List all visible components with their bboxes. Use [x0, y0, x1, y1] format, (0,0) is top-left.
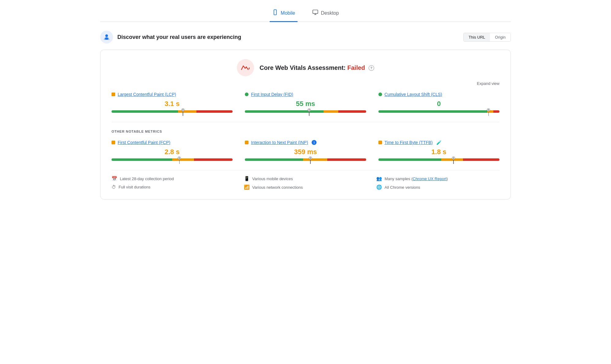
assessment-title-container: Core Web Vitals Assessment: Failed ?	[260, 64, 374, 71]
svg-point-6	[104, 38, 105, 40]
metric-value-fcp: 2.8 s	[112, 148, 233, 156]
metric-value-ttfb: 1.8 s	[378, 148, 499, 156]
user-icon	[100, 31, 113, 44]
footer-text-2-1: All Chrome versions	[385, 185, 420, 190]
footer-icon-0-1: ⏱	[112, 184, 116, 190]
other-metrics-label: OTHER NOTABLE METRICS	[112, 130, 499, 133]
footer-text-2-0: Many samples (Chrome UX Report)	[385, 176, 448, 181]
bar-green-fcp	[112, 158, 172, 161]
failed-icon	[237, 59, 254, 76]
needle-line-fcp	[179, 160, 180, 164]
section-header: Discover what your real users are experi…	[100, 31, 511, 44]
bar-track-fcp	[112, 158, 233, 161]
footer-icon-1-0: 📱	[244, 176, 250, 181]
metric-inp: Interaction to Next Paint (INP) i 359 ms	[245, 140, 366, 161]
footer-col-1: 📱Various mobile devices📶Various network …	[244, 176, 367, 190]
tab-mobile[interactable]: Mobile	[270, 6, 298, 22]
footer-text-0-0: Latest 28-day collection period	[120, 176, 174, 181]
bar-green-fid	[245, 110, 324, 113]
needle-dot-fcp	[178, 157, 180, 159]
metric-label-inp[interactable]: Interaction to Next Paint (INP)	[251, 140, 308, 145]
metric-bar-ttfb	[378, 158, 499, 161]
metric-lcp: Largest Contentful Paint (LCP) 3.1 s	[112, 92, 233, 113]
bar-needle-lcp	[182, 109, 184, 116]
metric-label-fid[interactable]: First Input Delay (FID)	[251, 92, 293, 97]
footer-item-1-0: 📱Various mobile devices	[244, 176, 367, 181]
metric-bar-fcp	[112, 158, 233, 161]
footer-item-1-1: 📶Various network connections	[244, 184, 367, 190]
needle-dot-lcp	[182, 109, 184, 111]
bar-orange-fid	[324, 110, 338, 113]
bar-red-fid	[338, 110, 366, 113]
metric-fcp: First Contentful Paint (FCP) 2.8 s	[112, 140, 233, 161]
origin-button[interactable]: Origin	[490, 33, 510, 41]
footer-icon-0-0: 📅	[112, 176, 117, 181]
bar-track-cls	[378, 110, 499, 113]
bar-green-ttfb	[378, 158, 442, 161]
metric-dot-inp	[245, 141, 249, 144]
svg-rect-0	[274, 10, 276, 15]
needle-dot-cls	[487, 109, 490, 111]
metric-label-fcp[interactable]: First Contentful Paint (FCP)	[118, 140, 170, 145]
expand-view-button[interactable]: Expand view	[112, 81, 499, 86]
metric-dot-ttfb	[378, 141, 382, 144]
metric-dot-lcp	[112, 93, 115, 96]
core-metrics-grid: Largest Contentful Paint (LCP) 3.1 s	[112, 92, 499, 113]
footer-item-2-1: 🌐All Chrome versions	[376, 184, 499, 190]
main-card: Core Web Vitals Assessment: Failed ? Exp…	[100, 50, 511, 199]
bar-green-inp	[245, 158, 303, 161]
assessment-header: Core Web Vitals Assessment: Failed ?	[112, 59, 499, 76]
metric-ttfb: Time to First Byte (TTFB) 🧪 1.8 s	[378, 140, 499, 161]
svg-rect-2	[313, 10, 318, 14]
bar-track-inp	[245, 158, 366, 161]
metric-label-lcp[interactable]: Largest Contentful Paint (LCP)	[118, 92, 176, 97]
metric-bar-fid	[245, 110, 366, 113]
footer-text-1-0: Various mobile devices	[252, 176, 293, 181]
assessment-help-icon[interactable]: ?	[369, 65, 374, 71]
metric-label-row-cls: Cumulative Layout Shift (CLS)	[378, 92, 499, 97]
footer-icon-2-0: 👥	[376, 176, 382, 181]
needle-dot-ttfb	[452, 157, 455, 159]
tab-desktop-label: Desktop	[321, 10, 339, 16]
metric-dot-fid	[245, 93, 249, 96]
footer-link-2-0[interactable]: Chrome UX Report	[413, 176, 447, 181]
footer-text-0-1: Full visit durations	[119, 185, 150, 189]
metric-dot-cls	[378, 93, 382, 96]
bar-orange-inp	[303, 158, 327, 161]
tab-desktop[interactable]: Desktop	[310, 6, 341, 22]
metric-label-cls[interactable]: Cumulative Layout Shift (CLS)	[385, 92, 442, 97]
needle-line-cls	[488, 112, 489, 116]
bar-red-fcp	[194, 158, 233, 161]
section-title: Discover what your real users are experi…	[117, 34, 241, 40]
tab-mobile-label: Mobile	[281, 10, 295, 16]
svg-point-5	[105, 34, 108, 37]
other-metrics-grid: First Contentful Paint (FCP) 2.8 s I	[112, 140, 499, 161]
metric-label-row-ttfb: Time to First Byte (TTFB) 🧪	[378, 140, 499, 145]
bar-track-lcp	[112, 110, 233, 113]
bar-red-inp	[327, 158, 366, 161]
metric-label-ttfb[interactable]: Time to First Byte (TTFB)	[385, 140, 433, 145]
bar-track-ttfb	[378, 158, 499, 161]
url-toggle: This URL Origin	[463, 33, 511, 42]
metric-bar-lcp	[112, 110, 233, 113]
bar-green-lcp	[112, 110, 178, 113]
footer-item-2-0: 👥Many samples (Chrome UX Report)	[376, 176, 499, 181]
bar-orange-lcp	[178, 110, 196, 113]
bar-needle-ttfb	[452, 157, 455, 164]
needle-line-inp	[310, 160, 311, 164]
bar-track-fid	[245, 110, 366, 113]
metric-dot-fcp	[112, 141, 115, 144]
metric-bar-cls	[378, 110, 499, 113]
metric-label-row-lcp: Largest Contentful Paint (LCP)	[112, 92, 233, 97]
this-url-button[interactable]: This URL	[464, 33, 490, 41]
bar-needle-inp	[309, 157, 312, 164]
footer-item-0-1: ⏱Full visit durations	[112, 184, 235, 190]
info-icon-inp[interactable]: i	[312, 140, 317, 145]
metric-value-inp: 359 ms	[245, 148, 366, 156]
metric-fid: First Input Delay (FID) 55 ms	[245, 92, 366, 113]
bar-needle-fid	[308, 109, 310, 116]
metric-value-cls: 0	[378, 100, 499, 108]
bar-red-lcp	[196, 110, 233, 113]
needle-dot-inp	[309, 157, 312, 159]
bar-needle-cls	[487, 109, 490, 116]
